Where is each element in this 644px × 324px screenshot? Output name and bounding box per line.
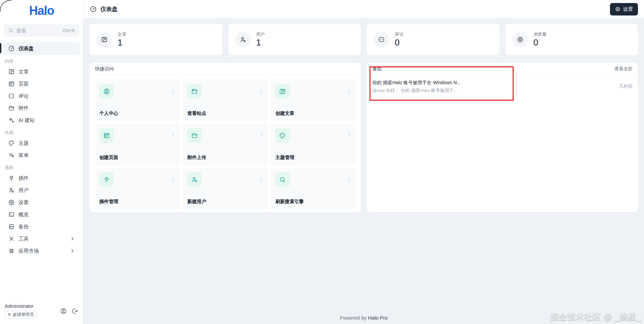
chevron-right-icon: [70, 248, 75, 254]
user-profile-icon[interactable]: [60, 307, 67, 315]
grid-icon: [8, 248, 15, 254]
terminal-icon: [8, 211, 15, 218]
posts-icon: [96, 32, 112, 47]
active-item-indicator: [0, 43, 1, 53]
topbar: 仪表盘 设置: [84, 0, 644, 18]
quick-tile-label: 刷新搜索引擎: [276, 199, 304, 205]
chevron-right-icon: [347, 88, 352, 94]
chevron-right-icon: [170, 176, 176, 182]
sidebar-item-label: 评论: [19, 93, 29, 99]
sidebar-item-settings[interactable]: 设置: [3, 196, 80, 208]
pages-icon: [99, 128, 114, 143]
notification-title: 你的 摘星Halo 账号被用于在 Windows N...: [372, 80, 461, 86]
logo[interactable]: Halo: [0, 0, 83, 22]
sidebar-item-pages[interactable]: 页面: [3, 78, 80, 90]
search-shortcut: Ctrl+K: [62, 28, 75, 33]
quick-access-title: 快捷访问: [95, 66, 114, 72]
dashboard-content: 文章 1 用户 1 评论 0 浏览量 0: [84, 18, 644, 324]
sidebar-item-app-market[interactable]: 应用市场: [3, 245, 80, 257]
quick-tile-view-site[interactable]: 查看站点: [182, 79, 268, 121]
search-box[interactable]: Ctrl+K: [4, 24, 79, 37]
view-all-link[interactable]: 查看全部: [614, 66, 633, 72]
notifications-panel: 通知 查看全部 你的 摘星Halo 账号被用于在 Windows N... @r…: [366, 62, 638, 213]
shield-icon: [7, 313, 11, 317]
search-input[interactable]: [17, 28, 60, 33]
comments-icon: [8, 93, 15, 99]
quick-tile-plugin-management[interactable]: 插件管理: [94, 168, 180, 209]
stat-card-comments: 评论 0: [366, 24, 500, 56]
powered-by-text: Powered by: [340, 315, 366, 321]
chevron-right-icon: [347, 132, 352, 138]
notification-time: 几秒前: [619, 80, 633, 94]
tools-icon: [8, 235, 15, 242]
sidebar-item-label: 仪表盘: [19, 45, 34, 52]
stat-card-views: 浏览量 0: [505, 24, 639, 56]
nav-section-content: 内容: [3, 55, 80, 66]
sidebar-item-tools[interactable]: 工具: [3, 233, 80, 245]
sidebar-item-dashboard[interactable]: 仪表盘: [3, 42, 80, 55]
quick-tile-label: 查看站点: [187, 110, 206, 117]
sidebar-item-ai-builder[interactable]: 主题 AI 建站: [3, 114, 80, 126]
notifications-title: 通知: [372, 66, 382, 72]
quick-tile-upload-attachment[interactable]: 附件上传: [182, 124, 268, 165]
sidebar-item-label: AI 建站: [19, 117, 35, 124]
logout-icon[interactable]: [71, 307, 78, 315]
user-name: Administrator: [5, 303, 37, 309]
dashboard-settings-button[interactable]: 设置: [610, 3, 638, 15]
sidebar-item-label: 主题: [19, 140, 29, 147]
quick-tile-profile[interactable]: 个人中心: [94, 79, 180, 121]
stat-value: 1: [118, 38, 126, 48]
role-badge-label: 超级管理员: [13, 312, 34, 318]
sidebar-item-themes[interactable]: 主题: [3, 137, 80, 149]
sidebar-item-attachments[interactable]: 附件: [3, 102, 80, 114]
notification-description: @root 你好： 你的 摘星Halo 账号被用于...: [372, 88, 461, 94]
sidebar-item-comments[interactable]: 评论: [3, 90, 80, 102]
sidebar-item-plugins[interactable]: 插件: [3, 172, 80, 184]
quick-tile-refresh-search-engine[interactable]: 刷新搜索引擎: [270, 168, 356, 209]
sidebar-item-posts[interactable]: 文章: [3, 66, 80, 78]
logo-text: Halo: [29, 4, 54, 18]
stat-value: 0: [534, 38, 547, 48]
pages-icon: [8, 80, 15, 87]
watermark: 掘金技术社区 @ _摘星_: [551, 311, 641, 322]
quick-tile-create-page[interactable]: 创建页面: [94, 124, 180, 165]
posts-icon: [275, 84, 290, 99]
sidebar-item-users[interactable]: 用户: [3, 184, 80, 196]
sidebar-item-backup[interactable]: 备份: [3, 221, 80, 233]
gear-icon: [8, 199, 15, 206]
browser-icon: [187, 84, 202, 99]
search-icon: [8, 28, 14, 33]
stat-value: 1: [256, 38, 265, 48]
nav-section-system: 系统: [3, 161, 80, 172]
stat-card-posts: 文章 1: [89, 24, 223, 56]
notification-item[interactable]: 你的 摘星Halo 账号被用于在 Windows N... @root 你好： …: [367, 75, 638, 94]
gauge-icon: [8, 45, 15, 52]
chevron-right-icon: [259, 176, 264, 182]
quick-tile-theme-management[interactable]: 主题管理: [270, 124, 356, 165]
search-icon: [275, 172, 290, 187]
stats-row: 文章 1 用户 1 评论 0 浏览量 0: [89, 24, 638, 56]
settings-button-label: 设置: [623, 6, 633, 12]
quick-access-panel: 快捷访问 个人中心 查看站点: [89, 62, 361, 213]
stat-label: 评论: [395, 31, 404, 37]
nav-section-appearance: 外观: [3, 126, 80, 137]
plug-icon: [8, 175, 15, 182]
page-title: 仪表盘: [90, 5, 118, 13]
quick-tile-label: 个人中心: [99, 110, 118, 117]
sidebar-item-menus[interactable]: 菜单: [3, 149, 80, 161]
sidebar-item-label: 附件: [19, 105, 29, 111]
quick-tile-create-post[interactable]: 创建文章: [270, 79, 356, 121]
sparkles-icon: [8, 117, 15, 124]
sidebar-item-label: 用户: [19, 187, 29, 194]
chevron-right-icon: [259, 132, 264, 138]
product-link[interactable]: Halo Pro: [368, 315, 388, 321]
quick-tile-label: 附件上传: [187, 155, 206, 161]
user-gear-icon: [235, 32, 251, 47]
chevron-right-icon: [170, 132, 176, 138]
quick-tile-new-user[interactable]: 新建用户: [182, 168, 268, 209]
stat-card-users: 用户 1: [228, 24, 361, 56]
gear-icon: [615, 6, 620, 12]
gauge-icon: [90, 5, 97, 13]
sidebar-item-overview[interactable]: 概览: [3, 208, 80, 221]
chevron-right-icon: [170, 88, 176, 94]
